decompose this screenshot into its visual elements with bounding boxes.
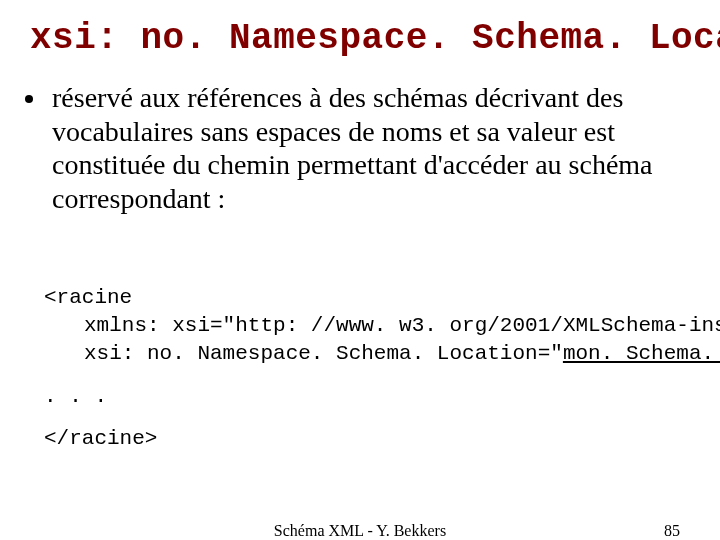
code-line-5: </racine> [44, 427, 157, 450]
bullet-item: réservé aux références à des schémas déc… [48, 81, 690, 215]
code-line-4: . . . [44, 385, 107, 408]
slide-title: xsi: no. Namespace. Schema. Location [30, 18, 690, 59]
code-line-3: xsi: no. Namespace. Schema. Location="mo… [84, 340, 720, 368]
bullet-list: réservé aux références à des schémas déc… [44, 81, 690, 215]
footer-center: Schéma XML - Y. Bekkers [0, 522, 720, 540]
code-line-1: <racine [44, 286, 132, 309]
slide: xsi: no. Namespace. Schema. Location rés… [0, 0, 720, 540]
code-line-3b: mon. Schema. xsd [563, 342, 720, 365]
footer-page-number: 85 [664, 522, 680, 540]
code-line-3a: xsi: no. Namespace. Schema. Location=" [84, 342, 563, 365]
code-block: <racine xmlns: xsi="http: //www. w3. org… [44, 255, 690, 481]
code-line-2: xmlns: xsi="http: //www. w3. org/2001/XM… [84, 312, 720, 340]
